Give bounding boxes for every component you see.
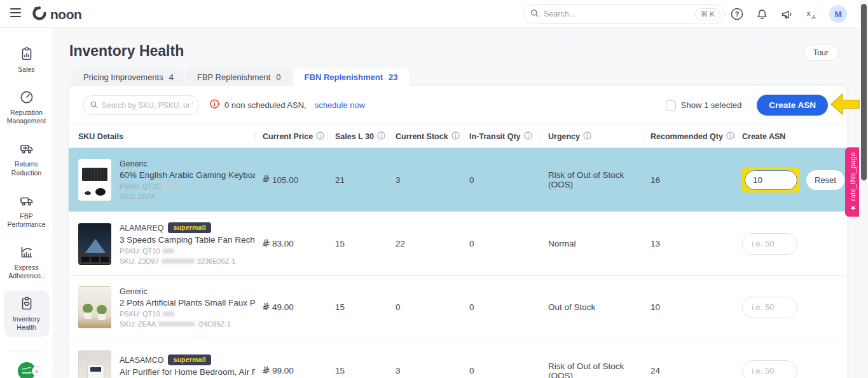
- clipboard-heart-icon: [5, 296, 48, 311]
- tab-label: FBN Replenishment: [305, 72, 383, 82]
- rate-this-page-tab[interactable]: ★ rate_this_page: [845, 147, 859, 217]
- alert-info-icon: [210, 99, 219, 111]
- annotation-highlight-box: [742, 168, 800, 192]
- reset-button[interactable]: Reset: [806, 170, 844, 190]
- asn-alert-text: 0 non scheduled ASN,: [224, 100, 307, 110]
- page-scrollbar[interactable]: [860, 0, 868, 378]
- column-header-current-stock: Current Stock: [388, 125, 462, 147]
- user-avatar[interactable]: M: [829, 5, 847, 23]
- global-search[interactable]: ⌘ K: [523, 4, 725, 24]
- brand-name: noon: [50, 7, 81, 22]
- asn-qty-input[interactable]: [742, 360, 797, 378]
- sidebar-item-express-adherence[interactable]: Express Adherence..: [4, 239, 50, 285]
- sar-currency-icon: [263, 366, 270, 376]
- current-stock: 3: [388, 366, 462, 375]
- sar-currency-icon: [263, 175, 270, 185]
- announcements-megaphone-icon[interactable]: [780, 7, 794, 21]
- asn-qty-input[interactable]: [742, 233, 797, 255]
- sidebar-item-inventory-health[interactable]: Inventory Health: [4, 290, 50, 337]
- menu-icon[interactable]: [10, 8, 21, 17]
- sales-l30: 15: [327, 366, 388, 375]
- in-transit-qty: 0: [462, 175, 541, 185]
- asn-qty-input[interactable]: [742, 297, 797, 318]
- column-header-in-transit-qty: In-Transit Qty: [462, 125, 541, 147]
- search-icon: [90, 100, 98, 111]
- sales-l30: 15: [327, 239, 388, 248]
- psku-text: PSKU: QT1C: [120, 182, 255, 190]
- sku-text: SKU: ZEAAi24C99Z-1: [120, 320, 255, 328]
- urgency-status: Normal: [541, 239, 643, 248]
- info-icon[interactable]: [377, 132, 385, 142]
- svg-text:ẋ: ẋ: [806, 10, 810, 17]
- current-price: 49.00: [272, 302, 294, 312]
- sales-l30: 15: [327, 302, 388, 312]
- main-content: Inventory Health Tour Pricing Improvemen…: [53, 28, 860, 378]
- sidebar-item-reputation-management[interactable]: Reputation Management: [4, 84, 50, 130]
- info-icon[interactable]: [316, 132, 324, 142]
- psku-text: PSKU: QT10: [120, 247, 255, 255]
- redacted-text: [163, 184, 180, 189]
- sidebar-item-label: Inventory Health: [5, 315, 48, 332]
- expand-country-chevron-icon[interactable]: ›: [32, 366, 42, 376]
- column-header-sales-l-30: Sales L 30: [327, 125, 388, 147]
- sar-currency-icon: [263, 239, 270, 249]
- sidebar-item-returns-reduction[interactable]: Returns Reduction: [4, 135, 50, 182]
- redacted-text: [158, 321, 195, 327]
- noon-logo[interactable]: noon: [31, 5, 81, 24]
- rate-this-page-label: rate_this_page: [848, 152, 856, 201]
- scrollbar-thumb[interactable]: [861, 4, 867, 180]
- tab-count: 23: [389, 72, 397, 82]
- clipboard-chart-icon: [5, 46, 48, 62]
- filter-bar: 0 non scheduled ASN, schedule now Show 1…: [69, 86, 847, 125]
- info-icon[interactable]: [583, 132, 591, 142]
- table-row[interactable]: Generic 2 Pots Artificial Plants Small F…: [69, 275, 847, 339]
- current-stock: 22: [388, 239, 462, 248]
- create-asn-button[interactable]: Create ASN: [757, 95, 828, 116]
- country-selector[interactable]: ›: [17, 361, 36, 378]
- translate-icon[interactable]: ẋA: [804, 7, 818, 21]
- asn-qty-input[interactable]: [745, 170, 797, 190]
- table-row[interactable]: Generic 60% English Arabic Gaming Keyboa…: [69, 148, 847, 212]
- current-price: 105.00: [272, 175, 298, 185]
- sku-text: SKU: Z3D973236E06Z-1: [120, 257, 255, 265]
- notifications-bell-icon[interactable]: [755, 7, 769, 21]
- tab-pricing-improvements[interactable]: Pricing Improvements 4: [72, 69, 184, 86]
- show-selected-checkbox[interactable]: [666, 100, 676, 111]
- product-image-camping-tent: [78, 223, 111, 265]
- product-title: Air Purifier for Home Bedroom, Air Filt.…: [120, 367, 255, 377]
- table-row[interactable]: ALAMAREQ supermall 3 Speeds Camping Tabl…: [69, 212, 847, 275]
- page-title: Inventory Health: [69, 43, 184, 60]
- sidebar-divider: [7, 351, 46, 351]
- current-price: 99.00: [272, 366, 294, 375]
- bar-chart-icon: [5, 245, 48, 260]
- recommended-qty: 16: [643, 175, 734, 185]
- sku-search-input[interactable]: [102, 101, 193, 110]
- global-search-input[interactable]: [544, 10, 695, 18]
- tab-fbp-replenishment[interactable]: FBP Replenishment 0: [186, 69, 292, 86]
- sku-search[interactable]: [83, 95, 199, 115]
- brand-name: Generic: [120, 159, 148, 168]
- sidebar-item-label: Express Adherence..: [5, 264, 48, 280]
- sidebar-item-fbp-performance[interactable]: FBP Performance: [4, 187, 50, 234]
- schedule-now-link[interactable]: schedule now: [315, 100, 366, 110]
- top-bar: noon ⌘ K ? ẋA M: [0, 0, 868, 28]
- tab-fbn-replenishment[interactable]: FBN Replenishment 23: [294, 69, 409, 86]
- tour-button[interactable]: Tour: [803, 44, 839, 61]
- help-icon[interactable]: ?: [730, 7, 744, 21]
- recommended-qty: 13: [643, 239, 734, 248]
- show-selected-label: Show 1 selected: [681, 100, 741, 110]
- sidebar-item-label: Sales: [5, 65, 48, 74]
- info-icon[interactable]: [451, 132, 460, 142]
- urgency-status: Risk of Out of Stock (OOS): [541, 170, 643, 189]
- product-image-keyboard-mouse: [78, 159, 111, 201]
- product-image-plants: [78, 287, 111, 328]
- column-header-recommended-qty: Recommended Qty: [643, 125, 734, 147]
- info-icon[interactable]: [524, 132, 532, 142]
- info-icon[interactable]: [726, 132, 734, 142]
- in-transit-qty: 0: [462, 239, 541, 248]
- svg-text:A: A: [811, 13, 816, 20]
- table-row[interactable]: ALASAMCO supermall Air Purifier for Home…: [69, 339, 847, 378]
- sidebar-item-sales[interactable]: Sales: [4, 41, 50, 79]
- tab-count: 4: [169, 72, 174, 82]
- svg-text:?: ?: [735, 10, 740, 18]
